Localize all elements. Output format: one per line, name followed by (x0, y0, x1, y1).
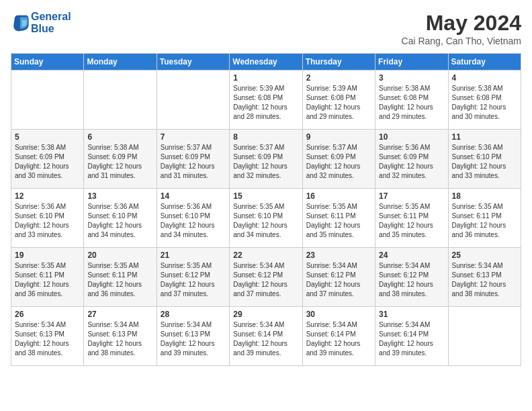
day-info: Sunrise: 5:34 AM Sunset: 6:13 PM Dayligh… (87, 320, 152, 358)
day-number: 13 (87, 191, 152, 201)
day-info: Sunrise: 5:35 AM Sunset: 6:11 PM Dayligh… (87, 261, 152, 299)
weekday-header: Saturday (448, 54, 521, 71)
calendar-cell: 23Sunrise: 5:34 AM Sunset: 6:12 PM Dayli… (302, 248, 375, 307)
logo: General Blue (11, 11, 71, 34)
weekday-header: Tuesday (157, 54, 229, 71)
calendar-cell: 26Sunrise: 5:34 AM Sunset: 6:13 PM Dayli… (11, 307, 84, 366)
calendar-cell: 28Sunrise: 5:34 AM Sunset: 6:13 PM Dayli… (157, 307, 229, 366)
calendar-cell: 9Sunrise: 5:37 AM Sunset: 6:09 PM Daylig… (302, 130, 375, 189)
calendar-table: SundayMondayTuesdayWednesdayThursdayFrid… (11, 53, 521, 366)
day-info: Sunrise: 5:39 AM Sunset: 6:08 PM Dayligh… (306, 84, 371, 122)
month-title: May 2024 (402, 11, 521, 36)
calendar-cell: 12Sunrise: 5:36 AM Sunset: 6:10 PM Dayli… (11, 189, 84, 248)
day-number: 4 (452, 73, 517, 83)
day-number: 3 (379, 73, 444, 83)
day-number: 18 (452, 191, 517, 201)
calendar-week-row: 12Sunrise: 5:36 AM Sunset: 6:10 PM Dayli… (11, 189, 521, 248)
calendar-cell (157, 71, 229, 130)
day-number: 8 (233, 132, 298, 142)
day-info: Sunrise: 5:34 AM Sunset: 6:12 PM Dayligh… (233, 261, 298, 299)
day-number: 20 (87, 250, 152, 260)
location: Cai Rang, Can Tho, Vietnam (402, 36, 521, 46)
calendar-cell: 6Sunrise: 5:38 AM Sunset: 6:09 PM Daylig… (84, 130, 157, 189)
day-number: 5 (15, 132, 80, 142)
calendar-cell: 24Sunrise: 5:34 AM Sunset: 6:12 PM Dayli… (375, 248, 448, 307)
calendar-cell: 17Sunrise: 5:35 AM Sunset: 6:11 PM Dayli… (375, 189, 448, 248)
calendar-cell: 13Sunrise: 5:36 AM Sunset: 6:10 PM Dayli… (84, 189, 157, 248)
calendar-cell: 20Sunrise: 5:35 AM Sunset: 6:11 PM Dayli… (84, 248, 157, 307)
logo-text: General Blue (31, 11, 71, 34)
day-number: 26 (15, 310, 80, 319)
day-number: 30 (306, 310, 371, 319)
day-number: 23 (306, 250, 371, 260)
day-number: 1 (233, 73, 298, 83)
day-number: 28 (161, 310, 226, 319)
calendar-cell: 15Sunrise: 5:35 AM Sunset: 6:10 PM Dayli… (230, 189, 302, 248)
day-info: Sunrise: 5:36 AM Sunset: 6:10 PM Dayligh… (87, 202, 152, 240)
day-number: 19 (15, 250, 80, 260)
weekday-header: Thursday (302, 54, 375, 71)
day-info: Sunrise: 5:35 AM Sunset: 6:10 PM Dayligh… (233, 202, 298, 240)
weekday-header: Monday (84, 54, 157, 71)
day-info: Sunrise: 5:35 AM Sunset: 6:11 PM Dayligh… (15, 261, 80, 299)
calendar-cell: 30Sunrise: 5:34 AM Sunset: 6:14 PM Dayli… (302, 307, 375, 366)
calendar-cell: 10Sunrise: 5:36 AM Sunset: 6:09 PM Dayli… (375, 130, 448, 189)
day-info: Sunrise: 5:38 AM Sunset: 6:08 PM Dayligh… (452, 84, 517, 122)
calendar-cell: 4Sunrise: 5:38 AM Sunset: 6:08 PM Daylig… (448, 71, 521, 130)
day-info: Sunrise: 5:36 AM Sunset: 6:10 PM Dayligh… (161, 202, 226, 240)
calendar-cell: 25Sunrise: 5:34 AM Sunset: 6:13 PM Dayli… (448, 248, 521, 307)
day-number: 17 (379, 191, 444, 201)
weekday-header: Friday (375, 54, 448, 71)
calendar-cell: 18Sunrise: 5:35 AM Sunset: 6:11 PM Dayli… (448, 189, 521, 248)
calendar-cell: 3Sunrise: 5:38 AM Sunset: 6:08 PM Daylig… (375, 71, 448, 130)
calendar-cell: 21Sunrise: 5:35 AM Sunset: 6:12 PM Dayli… (157, 248, 229, 307)
day-info: Sunrise: 5:37 AM Sunset: 6:09 PM Dayligh… (161, 143, 226, 181)
calendar-cell (11, 71, 84, 130)
day-number: 31 (379, 310, 444, 319)
calendar-cell: 1Sunrise: 5:39 AM Sunset: 6:08 PM Daylig… (230, 71, 302, 130)
day-number: 2 (306, 73, 371, 83)
day-info: Sunrise: 5:34 AM Sunset: 6:14 PM Dayligh… (379, 320, 444, 358)
page-header: General Blue May 2024 Cai Rang, Can Tho,… (11, 11, 521, 46)
calendar-cell (448, 307, 521, 366)
day-number: 6 (87, 132, 152, 142)
weekday-header: Wednesday (230, 54, 302, 71)
weekday-header: Sunday (11, 54, 84, 71)
day-info: Sunrise: 5:37 AM Sunset: 6:09 PM Dayligh… (306, 143, 371, 181)
day-info: Sunrise: 5:36 AM Sunset: 6:10 PM Dayligh… (452, 143, 517, 181)
day-info: Sunrise: 5:38 AM Sunset: 6:08 PM Dayligh… (379, 84, 444, 122)
calendar-cell: 14Sunrise: 5:36 AM Sunset: 6:10 PM Dayli… (157, 189, 229, 248)
day-info: Sunrise: 5:35 AM Sunset: 6:11 PM Dayligh… (452, 202, 517, 240)
calendar-week-row: 5Sunrise: 5:38 AM Sunset: 6:09 PM Daylig… (11, 130, 521, 189)
calendar-cell (84, 71, 157, 130)
logo-icon (11, 13, 30, 32)
day-info: Sunrise: 5:34 AM Sunset: 6:13 PM Dayligh… (161, 320, 226, 358)
day-info: Sunrise: 5:39 AM Sunset: 6:08 PM Dayligh… (233, 84, 298, 122)
day-number: 14 (161, 191, 226, 201)
calendar-cell: 5Sunrise: 5:38 AM Sunset: 6:09 PM Daylig… (11, 130, 84, 189)
calendar-cell: 2Sunrise: 5:39 AM Sunset: 6:08 PM Daylig… (302, 71, 375, 130)
calendar-week-row: 1Sunrise: 5:39 AM Sunset: 6:08 PM Daylig… (11, 71, 521, 130)
day-info: Sunrise: 5:34 AM Sunset: 6:14 PM Dayligh… (306, 320, 371, 358)
day-number: 29 (233, 310, 298, 319)
day-info: Sunrise: 5:34 AM Sunset: 6:13 PM Dayligh… (452, 261, 517, 299)
day-info: Sunrise: 5:37 AM Sunset: 6:09 PM Dayligh… (233, 143, 298, 181)
day-number: 25 (452, 250, 517, 260)
day-info: Sunrise: 5:38 AM Sunset: 6:09 PM Dayligh… (87, 143, 152, 181)
calendar-cell: 27Sunrise: 5:34 AM Sunset: 6:13 PM Dayli… (84, 307, 157, 366)
day-info: Sunrise: 5:36 AM Sunset: 6:09 PM Dayligh… (379, 143, 444, 181)
day-info: Sunrise: 5:36 AM Sunset: 6:10 PM Dayligh… (15, 202, 80, 240)
day-info: Sunrise: 5:34 AM Sunset: 6:14 PM Dayligh… (233, 320, 298, 358)
day-number: 24 (379, 250, 444, 260)
day-number: 12 (15, 191, 80, 201)
calendar-cell: 16Sunrise: 5:35 AM Sunset: 6:11 PM Dayli… (302, 189, 375, 248)
calendar-cell: 11Sunrise: 5:36 AM Sunset: 6:10 PM Dayli… (448, 130, 521, 189)
calendar-week-row: 26Sunrise: 5:34 AM Sunset: 6:13 PM Dayli… (11, 307, 521, 366)
day-number: 15 (233, 191, 298, 201)
calendar-cell: 7Sunrise: 5:37 AM Sunset: 6:09 PM Daylig… (157, 130, 229, 189)
day-info: Sunrise: 5:34 AM Sunset: 6:12 PM Dayligh… (306, 261, 371, 299)
day-number: 27 (87, 310, 152, 319)
day-info: Sunrise: 5:35 AM Sunset: 6:11 PM Dayligh… (379, 202, 444, 240)
calendar-cell: 8Sunrise: 5:37 AM Sunset: 6:09 PM Daylig… (230, 130, 302, 189)
weekday-header-row: SundayMondayTuesdayWednesdayThursdayFrid… (11, 54, 521, 71)
